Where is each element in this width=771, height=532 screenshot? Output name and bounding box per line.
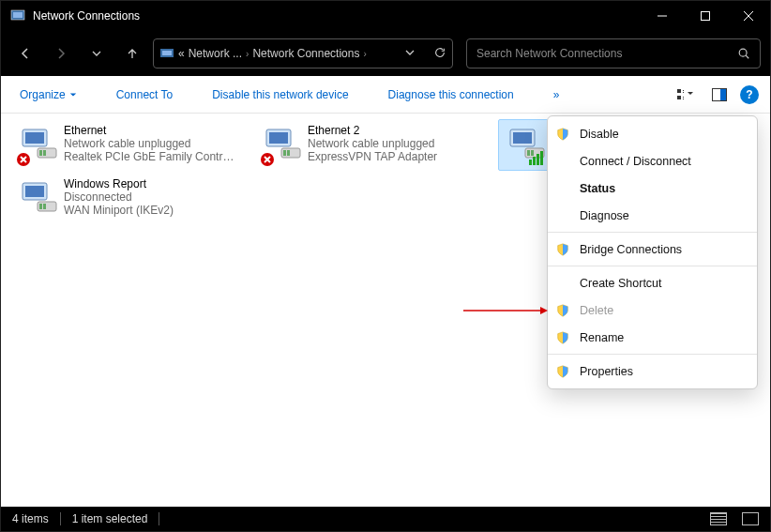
svg-rect-33 [527, 150, 530, 156]
context-menu-item[interactable]: Status [548, 175, 757, 202]
more-commands-button[interactable]: » [546, 84, 567, 105]
chevron-right-icon[interactable]: › [246, 49, 249, 59]
connection-device: Realtek PCIe GbE Family Controller [64, 150, 240, 163]
svg-rect-35 [529, 160, 532, 165]
shield-icon [555, 364, 570, 379]
svg-rect-27 [283, 150, 286, 156]
shield-icon [555, 330, 570, 345]
svg-rect-21 [39, 150, 42, 156]
shield-icon [555, 181, 570, 196]
context-menu-item: Delete [548, 296, 757, 324]
connection-item[interactable]: Windows ReportDisconnectedWAN Miniport (… [10, 173, 245, 224]
shield-icon [555, 276, 570, 291]
breadcrumb-seg2[interactable]: Network Connections [252, 47, 359, 60]
help-button[interactable]: ? [740, 85, 759, 104]
minimize-button[interactable] [641, 1, 684, 31]
connection-name: Ethernet [64, 124, 240, 137]
connection-item[interactable]: EthernetNetwork cable unpluggedRealtek P… [10, 119, 245, 171]
svg-rect-25 [269, 132, 288, 144]
svg-rect-40 [25, 186, 44, 197]
app-icon [10, 8, 25, 23]
svg-rect-17 [720, 89, 726, 100]
svg-rect-14 [683, 97, 684, 98]
search-input[interactable]: Search Network Connections [466, 38, 761, 68]
connection-status: Network cable unplugged [64, 137, 240, 150]
refresh-button[interactable] [433, 46, 446, 62]
preview-pane-button[interactable] [706, 82, 733, 108]
recent-dropdown[interactable] [82, 38, 112, 68]
context-menu-label: Rename [580, 331, 624, 344]
context-menu-item[interactable]: Create Shortcut [548, 269, 757, 296]
svg-rect-13 [677, 96, 681, 99]
organize-menu[interactable]: Organize [12, 84, 84, 105]
shield-icon [555, 208, 570, 223]
location-icon [159, 46, 174, 61]
content-area[interactable]: EthernetNetwork cable unpluggedRealtek P… [1, 114, 770, 507]
context-menu-item[interactable]: Properties [548, 357, 757, 385]
connect-to-button[interactable]: Connect To [109, 84, 181, 105]
svg-rect-38 [540, 151, 543, 165]
forward-button[interactable] [46, 38, 76, 68]
annotation-arrow [463, 306, 548, 315]
connection-status: Network cable unplugged [308, 137, 484, 150]
context-menu-label: Properties [580, 365, 633, 378]
shield-icon [555, 127, 570, 142]
connection-name: Windows Report [64, 177, 240, 190]
context-menu-label: Bridge Connections [580, 243, 682, 256]
svg-rect-19 [25, 132, 44, 144]
svg-rect-22 [43, 150, 46, 156]
diagnose-button[interactable]: Diagnose this connection [381, 84, 522, 105]
connection-device: ExpressVPN TAP Adapter [308, 150, 484, 163]
svg-rect-10 [677, 89, 681, 93]
context-menu-label: Disable [580, 128, 619, 141]
context-menu: DisableConnect / DisconnectStatusDiagnos… [547, 115, 758, 389]
disable-device-button[interactable]: Disable this network device [204, 84, 355, 105]
search-icon [737, 47, 750, 60]
chevron-down-icon[interactable] [405, 48, 415, 59]
item-count: 4 items [12, 512, 49, 525]
chevron-right-icon[interactable]: › [363, 49, 366, 59]
svg-rect-3 [702, 12, 710, 21]
maximize-button[interactable] [684, 1, 727, 31]
large-icons-view-icon[interactable] [742, 512, 759, 525]
context-menu-item[interactable]: Connect / Disconnect [548, 147, 757, 175]
back-button[interactable] [10, 38, 40, 68]
network-adapter-icon [15, 124, 60, 169]
navbar: « Network ... › Network Connections › Se… [1, 31, 770, 76]
svg-rect-15 [683, 99, 684, 99]
search-placeholder: Search Network Connections [476, 47, 737, 60]
context-menu-item[interactable]: Rename [548, 324, 757, 351]
connection-name: Ethernet 2 [308, 124, 484, 137]
view-options-button[interactable] [673, 82, 699, 108]
svg-rect-7 [162, 51, 172, 55]
details-view-icon[interactable] [710, 512, 727, 525]
svg-rect-34 [531, 150, 534, 156]
svg-rect-28 [287, 150, 290, 156]
close-button[interactable] [727, 1, 770, 31]
context-menu-item[interactable]: Bridge Connections [548, 236, 757, 263]
up-button[interactable] [117, 38, 147, 68]
connection-status: Disconnected [64, 190, 240, 204]
breadcrumb-prefix: « [178, 47, 185, 60]
svg-rect-11 [683, 90, 684, 91]
titlebar: Network Connections [1, 1, 770, 31]
shield-icon [555, 242, 570, 257]
context-menu-item[interactable]: Diagnose [548, 202, 757, 229]
context-menu-label: Delete [580, 304, 613, 317]
svg-rect-43 [43, 204, 46, 209]
svg-rect-36 [533, 157, 536, 165]
network-adapter-icon [15, 177, 60, 222]
breadcrumb-seg1[interactable]: Network ... [189, 47, 242, 60]
context-menu-item[interactable]: Disable [548, 120, 757, 147]
context-menu-label: Connect / Disconnect [580, 155, 691, 168]
context-menu-label: Create Shortcut [580, 277, 662, 290]
svg-rect-31 [513, 132, 532, 144]
svg-rect-42 [39, 204, 42, 209]
window: Network Connections « Network ... › Netw… [0, 0, 771, 532]
context-menu-label: Diagnose [580, 209, 629, 222]
svg-rect-37 [537, 154, 539, 165]
connection-item[interactable]: Ethernet 2Network cable unpluggedExpress… [254, 119, 489, 171]
address-bar[interactable]: « Network ... › Network Connections › [153, 38, 453, 68]
window-title: Network Connections [33, 9, 641, 23]
svg-line-9 [746, 55, 748, 58]
